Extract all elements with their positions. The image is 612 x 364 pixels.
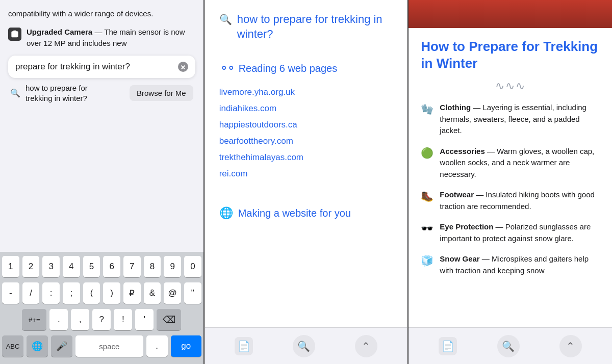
panel-1-content: compatibility with a wider range of devi… bbox=[0, 0, 203, 252]
key-5[interactable]: 5 bbox=[83, 256, 100, 277]
key-abc[interactable]: ABC bbox=[2, 335, 23, 357]
key-period[interactable]: . bbox=[49, 309, 68, 330]
link-happiestoutdoors[interactable]: happiestoutdoors.ca bbox=[219, 120, 297, 129]
list-item: happiestoutdoors.ca bbox=[219, 117, 393, 133]
key-at[interactable]: @ bbox=[164, 282, 181, 304]
key-space[interactable]: space bbox=[75, 335, 143, 357]
key-dot[interactable]: . bbox=[146, 335, 168, 357]
link-indiahikes[interactable]: indiahikes.com bbox=[219, 103, 276, 113]
panel-2-content: 🔍 how to prepare for trekking in winter?… bbox=[205, 0, 407, 327]
making-website-text: Making a website for you bbox=[238, 207, 351, 219]
keyboard: 1 2 3 4 5 6 7 8 9 0 - / : ; ( ) ₽ & @ " … bbox=[0, 252, 203, 364]
key-8[interactable]: 8 bbox=[144, 256, 161, 277]
key-minus[interactable]: - bbox=[2, 282, 19, 304]
camera-label: Upgraded Camera bbox=[27, 28, 92, 36]
eye-protection-text: Eye Protection — Polarized sunglasses ar… bbox=[440, 221, 600, 244]
accessories-emoji: 🟢 bbox=[421, 147, 434, 159]
key-2[interactable]: 2 bbox=[22, 256, 40, 277]
list-item: bearfoottheory.com bbox=[219, 133, 393, 149]
key-ampersand[interactable]: & bbox=[144, 282, 161, 304]
key-delete[interactable]: ⌫ bbox=[157, 309, 181, 330]
key-apostrophe[interactable]: ' bbox=[135, 309, 154, 330]
query-search-icon: 🔍 bbox=[219, 13, 232, 25]
key-microphone[interactable]: 🎤 bbox=[51, 335, 72, 357]
keyboard-row-special: #+= . , ? ! ' ⌫ bbox=[2, 309, 201, 330]
eye-protection-emoji: 🕶️ bbox=[421, 222, 434, 235]
key-lparen[interactable]: ( bbox=[83, 282, 100, 304]
link-livemore[interactable]: livemore.yha.org.uk bbox=[219, 87, 295, 97]
key-4[interactable]: 4 bbox=[63, 256, 80, 277]
article-item-accessories: 🟢 Accessories — Warm gloves, a woollen c… bbox=[421, 146, 600, 180]
camera-item: Upgraded Camera — The main sensor is now… bbox=[8, 27, 195, 49]
list-item: indiahikes.com bbox=[219, 100, 393, 117]
context-text: compatibility with a wider range of devi… bbox=[8, 8, 195, 19]
key-6[interactable]: 6 bbox=[103, 256, 120, 277]
key-go[interactable]: go bbox=[171, 335, 201, 357]
reading-title: Reading 6 web pages bbox=[239, 63, 337, 74]
article-items-list: 🧤 Clothing — Layering is essential, incl… bbox=[421, 102, 600, 276]
key-ruble[interactable]: ₽ bbox=[123, 282, 141, 304]
accessories-text: Accessories — Warm gloves, a woollen cap… bbox=[440, 146, 600, 180]
key-comma[interactable]: , bbox=[71, 309, 89, 330]
snow-gear-label: Snow Gear bbox=[440, 254, 479, 263]
accessories-label: Accessories bbox=[440, 147, 484, 155]
browse-for-me-button[interactable]: Browse for Me bbox=[130, 85, 193, 101]
chevron-up-icon-p3[interactable]: ⌃ bbox=[559, 335, 582, 357]
key-quote[interactable]: " bbox=[184, 282, 201, 304]
key-0[interactable]: 0 bbox=[184, 256, 201, 277]
key-9[interactable]: 9 bbox=[164, 256, 181, 277]
key-globe[interactable]: 🌐 bbox=[27, 335, 48, 357]
link-bearfoot[interactable]: bearfoottheory.com bbox=[219, 136, 293, 146]
list-item: livemore.yha.org.uk bbox=[219, 84, 393, 100]
camera-svg bbox=[11, 30, 19, 38]
clothing-text: Clothing — Layering is essential, includ… bbox=[440, 102, 600, 137]
chevron-up-icon-p2[interactable]: ⌃ bbox=[355, 335, 377, 357]
article-item-clothing: 🧤 Clothing — Layering is essential, incl… bbox=[421, 102, 600, 137]
link-trekthehimalayas[interactable]: trekthehimalayas.com bbox=[219, 152, 303, 162]
panel-article: How to Prepare for Trekking in Winter ∿∿… bbox=[409, 0, 612, 364]
snow-gear-text: Snow Gear — Microspikes and gaiters help… bbox=[440, 253, 600, 276]
search-icon-p3[interactable]: 🔍 bbox=[497, 335, 520, 357]
panel-3-bottom-bar: 📄 🔍 ⌃ bbox=[409, 327, 612, 364]
keyboard-row-symbols: - / : ; ( ) ₽ & @ " bbox=[2, 282, 201, 304]
search-icon-p2[interactable]: 🔍 bbox=[293, 335, 315, 357]
footwear-label: Footwear bbox=[440, 190, 474, 199]
suggestion-row: 🔍 how to prepare for trekking in winter?… bbox=[8, 78, 195, 105]
article-hero-image bbox=[409, 0, 612, 28]
key-question[interactable]: ? bbox=[92, 309, 111, 330]
query-header: 🔍 how to prepare for trekking in winter? bbox=[219, 12, 393, 41]
making-website-row: 🌐 Making a website for you bbox=[219, 206, 393, 220]
panel-2-bottom-bar: 📄 🔍 ⌃ bbox=[205, 327, 407, 364]
article-item-eye-protection: 🕶️ Eye Protection — Polarized sunglasses… bbox=[421, 221, 600, 244]
decorative-separator: ∿∿∿ bbox=[421, 80, 600, 93]
link-rei[interactable]: rei.com bbox=[219, 169, 248, 178]
search-input-text: prepare for trekking in winter? bbox=[15, 62, 130, 72]
eye-protection-label: Eye Protection bbox=[440, 222, 493, 231]
key-rparen[interactable]: ) bbox=[103, 282, 120, 304]
keyboard-row-numbers: 1 2 3 4 5 6 7 8 9 0 bbox=[2, 256, 201, 277]
footwear-text: Footwear — Insulated hiking boots with g… bbox=[440, 189, 600, 212]
article-item-snow-gear: 🧊 Snow Gear — Microspikes and gaiters he… bbox=[421, 253, 600, 276]
key-semicolon[interactable]: ; bbox=[63, 282, 80, 304]
key-colon[interactable]: : bbox=[42, 282, 60, 304]
key-exclaim[interactable]: ! bbox=[114, 309, 132, 330]
search-clear-button[interactable] bbox=[178, 62, 188, 72]
key-7[interactable]: 7 bbox=[123, 256, 141, 277]
reading-header: ⚬⚬ Reading 6 web pages bbox=[219, 62, 393, 75]
key-1[interactable]: 1 bbox=[2, 256, 19, 277]
article-item-footwear: 🥾 Footwear — Insulated hiking boots with… bbox=[421, 189, 600, 212]
snow-gear-emoji: 🧊 bbox=[421, 254, 434, 267]
note-icon-p2[interactable]: 📄 bbox=[235, 337, 253, 355]
key-3[interactable]: 3 bbox=[42, 256, 60, 277]
list-item: trekthehimalayas.com bbox=[219, 149, 393, 166]
key-slash[interactable]: / bbox=[22, 282, 40, 304]
suggestion-search-icon: 🔍 bbox=[10, 88, 20, 98]
note-icon-p3[interactable]: 📄 bbox=[439, 337, 457, 355]
footwear-emoji: 🥾 bbox=[421, 190, 434, 202]
camera-text: Upgraded Camera — The main sensor is now… bbox=[27, 27, 195, 49]
search-bar[interactable]: prepare for trekking in winter? bbox=[8, 56, 195, 78]
clothing-emoji: 🧤 bbox=[421, 103, 434, 115]
web-links-list: livemore.yha.org.uk indiahikes.com happi… bbox=[219, 84, 393, 182]
globe-icon: 🌐 bbox=[219, 206, 233, 220]
key-hashplus[interactable]: #+= bbox=[22, 309, 46, 330]
